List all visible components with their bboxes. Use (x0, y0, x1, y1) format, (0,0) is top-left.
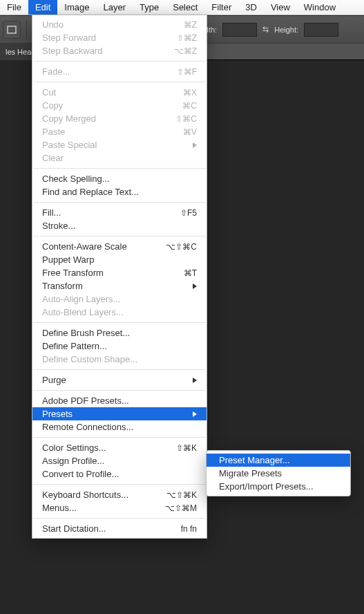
submenu-arrow-icon (193, 283, 197, 289)
menu-item-define-brush-preset[interactable]: Define Brush Preset... (32, 326, 207, 339)
menu-item-shortcut: ⌘Z (184, 20, 197, 30)
menu-item-shortcut: ⇧⌘F (177, 67, 197, 77)
menu-item-remote-connections[interactable]: Remote Connections... (32, 420, 207, 434)
submenu-arrow-icon (193, 378, 197, 383)
menu-item-keyboard-shortcuts[interactable]: Keyboard Shortcuts...⌥⇧⌘K (32, 488, 207, 501)
menu-edit[interactable]: Edit (28, 0, 57, 15)
menu-layer[interactable]: Layer (97, 0, 133, 15)
menu-item-shortcut: ⌥⇧⌘C (166, 242, 197, 252)
menu-item-puppet-warp[interactable]: Puppet Warp (32, 253, 207, 266)
menu-item-purge[interactable]: Purge (32, 373, 207, 387)
menu-item-label: Define Brush Preset... (42, 328, 197, 338)
menu-item-label: Free Transform (42, 268, 184, 278)
menu-item-label: Undo (42, 19, 184, 30)
menu-item-check-spelling[interactable]: Check Spelling... (32, 172, 207, 185)
submenu-item-preset-manager[interactable]: Preset Manager... (207, 454, 350, 467)
svg-rect-0 (8, 26, 16, 33)
menu-item-label: Puppet Warp (42, 254, 197, 265)
menu-item-label: Step Backward (42, 46, 174, 56)
menu-separator (33, 390, 206, 391)
menu-item-free-transform[interactable]: Free Transform⌘T (32, 266, 207, 279)
presets-submenu: Preset Manager...Migrate PresetsExport/I… (206, 450, 351, 496)
menu-item-label: Clear (42, 153, 197, 163)
menu-separator (33, 369, 206, 370)
menu-separator (33, 518, 206, 519)
link-icon[interactable]: ⇆ (262, 25, 269, 34)
menu-item-presets[interactable]: Presets (32, 407, 207, 420)
height-label: Height: (274, 26, 298, 34)
menu-item-color-settings[interactable]: Color Settings...⇧⌘K (32, 441, 207, 454)
menu-item-label: Start Dictation... (42, 523, 181, 534)
menu-item-label: Cut (42, 87, 183, 97)
width-field[interactable] (222, 23, 257, 37)
menu-window[interactable]: Window (297, 0, 343, 15)
menu-item-shortcut: ⌥⌘Z (174, 46, 197, 56)
menu-item-label: Menus... (42, 503, 165, 513)
menu-select[interactable]: Select (166, 0, 204, 15)
submenu-item-label: Preset Manager... (219, 455, 290, 465)
menu-separator (33, 82, 206, 82)
menu-separator (33, 322, 206, 323)
menu-view[interactable]: View (264, 0, 297, 15)
menu-item-clear: Clear (32, 151, 207, 165)
menu-filter[interactable]: Filter (204, 0, 238, 15)
menu-item-label: Define Pattern... (42, 341, 197, 351)
menu-file[interactable]: File (0, 0, 28, 15)
submenu-arrow-icon (193, 411, 197, 417)
submenu-item-migrate-presets[interactable]: Migrate Presets (207, 467, 350, 480)
menu-item-shortcut: ⌘V (183, 127, 197, 137)
menu-item-label: Find and Replace Text... (42, 187, 197, 197)
menu-item-auto-blend-layers: Auto-Blend Layers... (32, 306, 207, 319)
menu-separator (33, 484, 206, 485)
menu-item-label: Fill... (42, 207, 180, 218)
menu-item-label: Assign Profile... (42, 456, 197, 466)
menu-type[interactable]: Type (133, 0, 166, 15)
menu-3d[interactable]: 3D (238, 0, 264, 15)
menu-item-shortcut: ⇧F5 (180, 208, 197, 218)
height-field[interactable] (304, 23, 338, 37)
menu-item-copy: Copy⌘C (32, 99, 207, 112)
menu-item-stroke[interactable]: Stroke... (32, 219, 207, 232)
menu-item-shortcut: ⌘X (183, 88, 197, 97)
menu-item-label: Auto-Align Layers... (42, 294, 197, 304)
submenu-item-label: Export/Import Presets... (219, 481, 314, 492)
menu-item-content-aware-scale[interactable]: Content-Aware Scale⌥⇧⌘C (32, 240, 207, 253)
menu-image[interactable]: Image (57, 0, 96, 15)
menu-item-find-and-replace-text[interactable]: Find and Replace Text... (32, 185, 207, 198)
menu-item-shortcut: ⌥⇧⌘K (166, 490, 197, 500)
menu-item-shortcut: ⌘T (184, 268, 197, 278)
menu-separator (33, 202, 206, 203)
menu-item-label: Presets (42, 409, 193, 419)
menu-item-label: Auto-Blend Layers... (42, 307, 197, 317)
menu-item-convert-to-profile[interactable]: Convert to Profile... (32, 467, 207, 481)
tool-icon[interactable] (3, 21, 21, 39)
submenu-item-export-import-presets[interactable]: Export/Import Presets... (207, 480, 350, 493)
menu-item-define-custom-shape: Define Custom Shape... (32, 353, 207, 366)
menu-item-label: Copy (42, 100, 182, 111)
menu-item-label: Fade... (42, 66, 177, 77)
menu-item-label: Copy Merged (42, 113, 175, 124)
menu-item-shortcut: ⇧⌘Z (177, 33, 197, 43)
menu-item-fill[interactable]: Fill...⇧F5 (32, 206, 207, 219)
menu-item-assign-profile[interactable]: Assign Profile... (32, 454, 207, 467)
menu-item-shortcut: ⌘C (182, 101, 197, 111)
menu-item-label: Paste (42, 127, 183, 137)
menu-separator (33, 236, 206, 236)
menu-item-define-pattern[interactable]: Define Pattern... (32, 339, 207, 353)
menu-item-menus[interactable]: Menus...⌥⇧⌘M (32, 501, 207, 514)
menu-item-transform[interactable]: Transform (32, 279, 207, 292)
menu-item-adobe-pdf-presets[interactable]: Adobe PDF Presets... (32, 394, 207, 407)
menu-item-label: Color Settings... (42, 443, 176, 453)
menubar: File Edit Image Layer Type Select Filter… (0, 0, 364, 15)
menu-item-label: Check Spelling... (42, 174, 197, 184)
menu-item-shortcut: fn fn (181, 524, 197, 534)
edit-menu-dropdown: Undo⌘ZStep Forward⇧⌘ZStep Backward⌥⌘ZFad… (32, 15, 207, 539)
menu-item-label: Remote Connections... (42, 422, 197, 432)
menu-item-cut: Cut⌘X (32, 86, 207, 99)
menu-item-shortcut: ⌥⇧⌘M (165, 503, 197, 513)
menu-item-paste: Paste⌘V (32, 125, 207, 138)
menu-item-undo: Undo⌘Z (32, 18, 207, 31)
menu-item-start-dictation[interactable]: Start Dictation...fn fn (32, 522, 207, 535)
menu-item-label: Define Custom Shape... (42, 354, 197, 364)
rectangle-tool-icon (6, 24, 17, 35)
